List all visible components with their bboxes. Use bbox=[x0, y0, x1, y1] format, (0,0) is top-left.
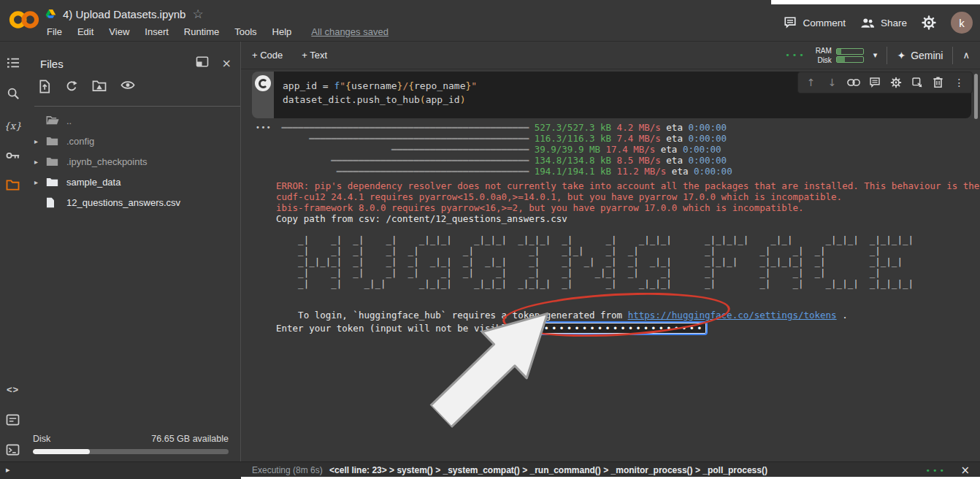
move-cell-up-icon[interactable]: ↑ bbox=[800, 72, 822, 93]
settings-gear-icon[interactable] bbox=[922, 15, 936, 30]
cell-stop-button[interactable] bbox=[255, 75, 271, 91]
menu-edit[interactable]: Edit bbox=[77, 26, 93, 37]
cell-more-menu-icon[interactable]: ⋮ bbox=[949, 72, 970, 93]
notebook-area: + Code + Text ••• RAM Disk ▾ ✦ bbox=[241, 42, 980, 461]
tree-expand-caret[interactable]: ▸ bbox=[34, 178, 46, 186]
tree-expand-caret[interactable]: ▸ bbox=[34, 137, 46, 145]
variables-icon[interactable]: {x} bbox=[0, 116, 26, 135]
status-busy-indicator: ••• bbox=[926, 466, 946, 475]
tree-item-label: .config bbox=[66, 136, 94, 147]
avatar[interactable]: k bbox=[951, 12, 973, 34]
terminal-icon[interactable] bbox=[0, 440, 26, 459]
tree-item-label: sample_data bbox=[66, 177, 120, 188]
tree-item-12-questions-answers-csv[interactable]: 12_questions_answers.csv bbox=[26, 192, 240, 212]
disk-usage-bar bbox=[33, 449, 229, 454]
resources-widget[interactable]: RAM Disk bbox=[816, 46, 864, 65]
colab-window: 4) Upload Datasets.ipynb ☆ FileEditViewI… bbox=[0, 0, 980, 479]
menu-view[interactable]: View bbox=[109, 26, 129, 37]
collapse-sections-icon[interactable]: ∧ bbox=[962, 50, 970, 61]
search-icon[interactable] bbox=[0, 84, 26, 103]
share-icon bbox=[860, 17, 875, 29]
upload-file-icon[interactable] bbox=[39, 80, 51, 93]
file-icon bbox=[46, 197, 64, 208]
login-suffix: . bbox=[837, 310, 848, 321]
cell-settings-gear-icon[interactable] bbox=[885, 72, 906, 93]
tree-expand-caret[interactable]: ▸ bbox=[34, 158, 46, 166]
tree-item-label: .ipynb_checkpoints bbox=[66, 156, 148, 167]
table-of-contents-icon[interactable] bbox=[0, 53, 26, 72]
secrets-key-icon[interactable] bbox=[0, 146, 26, 165]
files-panel: Files × bbox=[26, 42, 241, 461]
move-cell-down-icon[interactable]: ↓ bbox=[822, 72, 843, 93]
folder-icon bbox=[46, 177, 64, 187]
progress-line: ━━━━━━━━━━━━━━━━━━━━━━━━━━━━━━━━━━━━━━━━… bbox=[276, 122, 732, 133]
menu-help[interactable]: Help bbox=[272, 26, 292, 37]
left-rail: {x} <> bbox=[0, 42, 26, 461]
output-options-icon[interactable]: ••• bbox=[256, 123, 272, 131]
mirror-cell-icon[interactable] bbox=[906, 72, 927, 93]
disk-label-toolbar: Disk bbox=[816, 55, 832, 65]
add-code-button[interactable]: + Code bbox=[252, 50, 283, 61]
menu-runtime[interactable]: Runtime bbox=[184, 26, 219, 37]
add-comment-icon[interactable] bbox=[864, 72, 885, 93]
show-hidden-eye-icon[interactable] bbox=[120, 80, 135, 93]
progress-line: ━━━━━━━━━━━━━━━━━━━━━━━━━━━━━━━━━━━━━━━━… bbox=[276, 133, 732, 144]
add-text-button[interactable]: + Text bbox=[302, 50, 327, 61]
cell-toolbar: ↑ ↓ bbox=[797, 72, 973, 93]
copy-link-icon[interactable] bbox=[843, 72, 864, 93]
expand-terminal-icon[interactable]: ▸ bbox=[6, 465, 10, 475]
error-line: ERROR: pip's dependency resolver does no… bbox=[276, 180, 980, 191]
tree-item-ipynb-checkpoints[interactable]: ▸.ipynb_checkpoints bbox=[26, 151, 240, 172]
error-line: cudf-cu12 24.4.1 requires pyarrow<15.0.0… bbox=[276, 191, 980, 202]
delete-cell-trash-icon[interactable] bbox=[927, 72, 949, 93]
command-palette-icon[interactable] bbox=[0, 410, 26, 429]
pip-progress-output: ━━━━━━━━━━━━━━━━━━━━━━━━━━━━━━━━━━━━━━━━… bbox=[276, 122, 732, 177]
colab-logo[interactable] bbox=[9, 9, 39, 30]
chevron-down-icon[interactable]: ▾ bbox=[873, 50, 878, 60]
notebook-title[interactable]: 4) Upload Datasets.ipynb bbox=[63, 8, 185, 20]
menu-tools[interactable]: Tools bbox=[234, 26, 256, 37]
comment-label: Comment bbox=[803, 18, 846, 28]
disk-available: 76.65 GB available bbox=[151, 434, 229, 444]
pip-error-output: ERROR: pip's dependency resolver does no… bbox=[276, 180, 980, 224]
folder-open-icon bbox=[46, 115, 64, 126]
menu-file[interactable]: File bbox=[47, 26, 62, 37]
menubar: FileEditViewInsertRuntimeToolsHelp All c… bbox=[47, 26, 388, 37]
mount-drive-icon[interactable] bbox=[92, 80, 107, 93]
share-label: Share bbox=[881, 18, 907, 28]
huggingface-tokens-link[interactable]: https://huggingface.co/settings/tokens bbox=[628, 310, 837, 321]
gemini-button[interactable]: ✦ Gemini bbox=[897, 50, 943, 61]
tree-item-label: .. bbox=[66, 115, 72, 126]
copy-path-line: Copy path from csv: /content/12_question… bbox=[276, 213, 980, 224]
refresh-icon[interactable] bbox=[65, 80, 78, 93]
folder-icon bbox=[46, 136, 64, 146]
comment-button[interactable]: Comment bbox=[784, 16, 846, 29]
menu-insert[interactable]: Insert bbox=[145, 26, 169, 37]
gemini-label: Gemini bbox=[911, 50, 943, 61]
close-panel-icon[interactable]: × bbox=[222, 56, 231, 70]
tree-item-[interactable]: .. bbox=[26, 110, 240, 131]
saved-status[interactable]: All changes saved bbox=[311, 26, 388, 37]
cell-run-strip bbox=[252, 72, 274, 118]
disk-usage-bar-toolbar bbox=[836, 56, 864, 63]
executing-timer: Executing (8m 6s) bbox=[252, 465, 323, 475]
huggingface-ascii-banner: _| _| _| _| _|_|_| _|_|_| _|_|_| _| _| _… bbox=[276, 234, 914, 289]
tree-item-label: 12_questions_answers.csv bbox=[66, 197, 180, 208]
screen-edge-top bbox=[771, 0, 980, 4]
progress-line: ━━━━━━━━━━━━━━━━━━━━━━━━━━━━━━━━━━━━ 134… bbox=[276, 155, 732, 166]
tree-item-sample-data[interactable]: ▸sample_data bbox=[26, 172, 240, 192]
panel-layout-icon[interactable] bbox=[196, 56, 209, 70]
drive-icon bbox=[45, 9, 56, 19]
code-snippets-icon[interactable]: <> bbox=[0, 380, 26, 399]
scrollbar-thumb[interactable] bbox=[974, 74, 978, 119]
close-status-icon[interactable]: × bbox=[960, 464, 970, 477]
progress-line: ━━━━━━━━━━━━━━━━━━━━━━━━━━━━━━━━━━━ 194.… bbox=[276, 166, 732, 177]
progress-line: ━━━━━━━━━━━━━━━━━━━━━━━━━ 39.9/39.9 MB 1… bbox=[276, 144, 732, 155]
share-button[interactable]: Share bbox=[860, 17, 907, 29]
sparkle-icon: ✦ bbox=[897, 50, 906, 61]
star-icon[interactable]: ☆ bbox=[192, 7, 203, 21]
files-folder-icon[interactable] bbox=[0, 175, 26, 194]
tree-item-config[interactable]: ▸.config bbox=[26, 131, 240, 151]
execution-trace: <cell line: 23> > system() > _system_com… bbox=[329, 465, 767, 475]
login-prefix: To login, `huggingface_hub` requires a t… bbox=[276, 310, 628, 321]
